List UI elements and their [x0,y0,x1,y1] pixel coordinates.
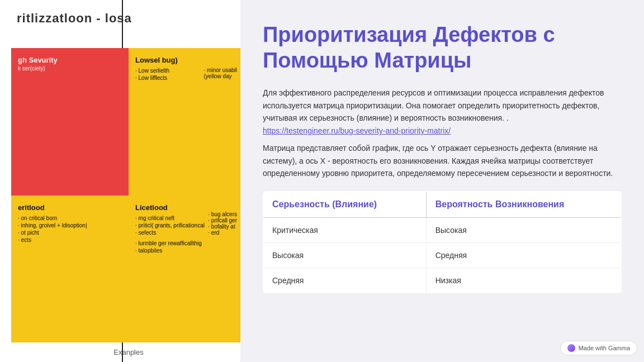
table-cell-severity: Критическая [263,217,427,242]
col2-header: Вероятность Возникновения [426,191,621,217]
bottom-right-extra: · lurmble ger rewafficallthig · talopbit… [135,240,234,254]
matrix-cell-bottom-right: Licetlood mg critical neft priticl( gran… [129,196,240,343]
top-right-overflow: · minor usabil (yellow day [204,67,237,79]
table-row: ВысокаяСредняя [263,242,622,268]
right-panel: Приоритизация Дефектов с Помощью Матрицы… [240,0,644,362]
table-row: КритическаяВысокая [263,217,622,242]
bottom-left-title: eritlood [18,203,122,212]
table-cell-severity: Средняя [263,268,427,293]
examples-label: Exanples [17,348,240,362]
gamma-badge: Made with Gamma [560,341,637,355]
top-left-sublabel: k ser(ciety) [18,65,122,72]
bottom-left-item-1: inhing, groivel + ldisoption| [18,222,122,228]
logo: ritlizzatloon - losa [17,11,240,26]
matrix-cell-top-left: gh Sevurity k ser(ciety) [11,48,129,196]
bottom-right-title: Licetlood [135,203,234,212]
col1-header: Серьезность (Влияние) [263,191,427,217]
matrix-grid: gh Sevurity k ser(ciety) Lowsel bug) Low… [11,48,240,342]
matrix-description: Матрица представляет собой график, где о… [263,142,622,179]
matrix-cell-bottom-left: eritlood on critical bom inhing, groivel… [11,196,129,343]
reference-link[interactable]: https://testengineer.ru/bug-severity-and… [263,126,622,135]
top-right-title: Lowsel bug) [135,56,234,64]
table-row: СредняяНизкая [263,268,622,293]
table-cell-probability: Низкая [426,268,621,293]
table-cell-severity: Высокая [263,242,427,268]
bottom-left-item-3: ects [18,237,122,243]
page-title: Приоритизация Дефектов с Помощью Матрицы [263,22,622,73]
bottom-left-item-2: ot picht [18,230,122,236]
top-left-label: gh Sevurity [18,56,122,64]
table-header-row: Серьезность (Влияние) Вероятность Возник… [263,191,622,217]
bottom-right-overflow: · bug alcers · prifcall ger · bofality a… [208,211,237,236]
table-body: КритическаяВысокаяВысокаяСредняяСредняяН… [263,217,622,293]
intro-description: Для эффективного распределения ресурсов … [263,87,622,124]
gamma-icon [567,344,575,352]
left-panel: ritlizzatloon - losa gh Sevurity k ser(c… [0,0,240,362]
table-cell-probability: Средняя [426,242,621,268]
gamma-label: Made with Gamma [579,345,630,351]
table-cell-probability: Высокая [426,217,621,242]
matrix-cell-top-right: Lowsel bug) Low serlielth Low lifflects … [129,48,240,196]
bottom-left-item-0: on critical bom [18,215,122,221]
priority-table: Серьезность (Влияние) Вероятность Возник… [263,191,622,293]
